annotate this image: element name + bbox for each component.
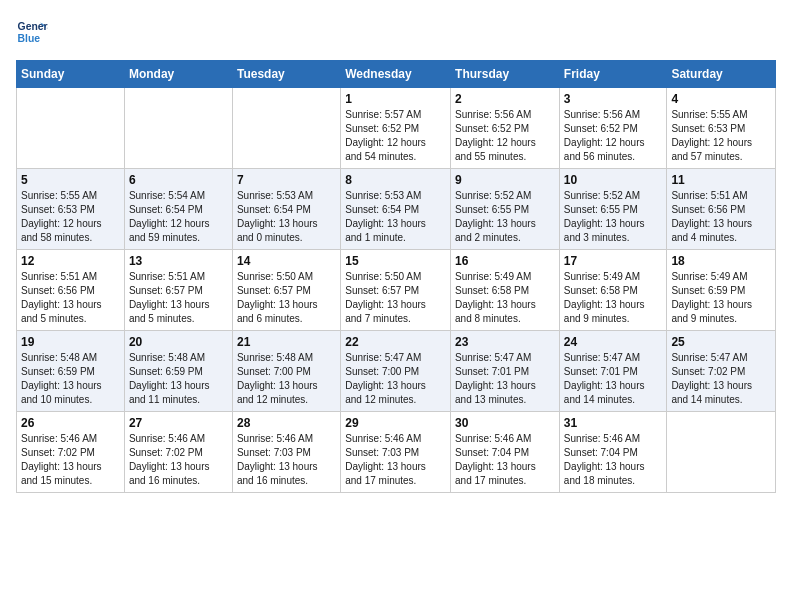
calendar-cell: 1Sunrise: 5:57 AM Sunset: 6:52 PM Daylig… [341,88,451,169]
calendar-cell: 16Sunrise: 5:49 AM Sunset: 6:58 PM Dayli… [451,250,560,331]
page-header: General Blue [16,16,776,48]
calendar-cell: 30Sunrise: 5:46 AM Sunset: 7:04 PM Dayli… [451,412,560,493]
calendar-cell: 4Sunrise: 5:55 AM Sunset: 6:53 PM Daylig… [667,88,776,169]
calendar-cell: 12Sunrise: 5:51 AM Sunset: 6:56 PM Dayli… [17,250,125,331]
calendar-cell: 27Sunrise: 5:46 AM Sunset: 7:02 PM Dayli… [124,412,232,493]
calendar-cell: 26Sunrise: 5:46 AM Sunset: 7:02 PM Dayli… [17,412,125,493]
day-number: 26 [21,416,120,430]
day-info: Sunrise: 5:47 AM Sunset: 7:02 PM Dayligh… [671,351,771,407]
day-number: 6 [129,173,228,187]
calendar-cell: 24Sunrise: 5:47 AM Sunset: 7:01 PM Dayli… [559,331,667,412]
calendar-cell [124,88,232,169]
day-number: 29 [345,416,446,430]
day-info: Sunrise: 5:52 AM Sunset: 6:55 PM Dayligh… [455,189,555,245]
logo: General Blue [16,16,52,48]
day-number: 20 [129,335,228,349]
day-number: 21 [237,335,336,349]
weekday-header-row: SundayMondayTuesdayWednesdayThursdayFrid… [17,61,776,88]
day-info: Sunrise: 5:46 AM Sunset: 7:02 PM Dayligh… [21,432,120,488]
calendar-cell: 8Sunrise: 5:53 AM Sunset: 6:54 PM Daylig… [341,169,451,250]
day-number: 16 [455,254,555,268]
day-number: 2 [455,92,555,106]
day-number: 11 [671,173,771,187]
weekday-header-saturday: Saturday [667,61,776,88]
calendar-cell: 29Sunrise: 5:46 AM Sunset: 7:03 PM Dayli… [341,412,451,493]
day-info: Sunrise: 5:46 AM Sunset: 7:03 PM Dayligh… [345,432,446,488]
day-info: Sunrise: 5:46 AM Sunset: 7:04 PM Dayligh… [455,432,555,488]
weekday-header-sunday: Sunday [17,61,125,88]
day-info: Sunrise: 5:53 AM Sunset: 6:54 PM Dayligh… [237,189,336,245]
day-number: 1 [345,92,446,106]
day-info: Sunrise: 5:46 AM Sunset: 7:04 PM Dayligh… [564,432,663,488]
calendar-cell: 25Sunrise: 5:47 AM Sunset: 7:02 PM Dayli… [667,331,776,412]
day-number: 19 [21,335,120,349]
day-info: Sunrise: 5:55 AM Sunset: 6:53 PM Dayligh… [21,189,120,245]
svg-text:General: General [18,21,48,32]
calendar-cell: 3Sunrise: 5:56 AM Sunset: 6:52 PM Daylig… [559,88,667,169]
week-row-4: 19Sunrise: 5:48 AM Sunset: 6:59 PM Dayli… [17,331,776,412]
day-number: 28 [237,416,336,430]
day-number: 5 [21,173,120,187]
calendar-cell: 13Sunrise: 5:51 AM Sunset: 6:57 PM Dayli… [124,250,232,331]
calendar-cell: 7Sunrise: 5:53 AM Sunset: 6:54 PM Daylig… [232,169,340,250]
calendar-cell: 11Sunrise: 5:51 AM Sunset: 6:56 PM Dayli… [667,169,776,250]
calendar-cell: 14Sunrise: 5:50 AM Sunset: 6:57 PM Dayli… [232,250,340,331]
day-number: 13 [129,254,228,268]
calendar-cell: 10Sunrise: 5:52 AM Sunset: 6:55 PM Dayli… [559,169,667,250]
week-row-2: 5Sunrise: 5:55 AM Sunset: 6:53 PM Daylig… [17,169,776,250]
day-info: Sunrise: 5:48 AM Sunset: 6:59 PM Dayligh… [21,351,120,407]
day-info: Sunrise: 5:47 AM Sunset: 7:01 PM Dayligh… [564,351,663,407]
logo-icon: General Blue [16,16,48,48]
day-info: Sunrise: 5:50 AM Sunset: 6:57 PM Dayligh… [237,270,336,326]
day-number: 25 [671,335,771,349]
calendar-cell: 15Sunrise: 5:50 AM Sunset: 6:57 PM Dayli… [341,250,451,331]
day-info: Sunrise: 5:49 AM Sunset: 6:58 PM Dayligh… [455,270,555,326]
calendar-cell: 28Sunrise: 5:46 AM Sunset: 7:03 PM Dayli… [232,412,340,493]
calendar-cell: 17Sunrise: 5:49 AM Sunset: 6:58 PM Dayli… [559,250,667,331]
day-number: 4 [671,92,771,106]
day-info: Sunrise: 5:52 AM Sunset: 6:55 PM Dayligh… [564,189,663,245]
week-row-3: 12Sunrise: 5:51 AM Sunset: 6:56 PM Dayli… [17,250,776,331]
day-info: Sunrise: 5:51 AM Sunset: 6:56 PM Dayligh… [21,270,120,326]
day-info: Sunrise: 5:50 AM Sunset: 6:57 PM Dayligh… [345,270,446,326]
day-info: Sunrise: 5:54 AM Sunset: 6:54 PM Dayligh… [129,189,228,245]
calendar-cell [667,412,776,493]
day-number: 7 [237,173,336,187]
calendar-cell: 9Sunrise: 5:52 AM Sunset: 6:55 PM Daylig… [451,169,560,250]
day-info: Sunrise: 5:57 AM Sunset: 6:52 PM Dayligh… [345,108,446,164]
week-row-1: 1Sunrise: 5:57 AM Sunset: 6:52 PM Daylig… [17,88,776,169]
day-info: Sunrise: 5:56 AM Sunset: 6:52 PM Dayligh… [455,108,555,164]
day-number: 27 [129,416,228,430]
calendar-cell: 19Sunrise: 5:48 AM Sunset: 6:59 PM Dayli… [17,331,125,412]
day-number: 14 [237,254,336,268]
weekday-header-thursday: Thursday [451,61,560,88]
day-number: 30 [455,416,555,430]
day-info: Sunrise: 5:48 AM Sunset: 7:00 PM Dayligh… [237,351,336,407]
day-number: 8 [345,173,446,187]
day-info: Sunrise: 5:49 AM Sunset: 6:58 PM Dayligh… [564,270,663,326]
calendar-cell: 22Sunrise: 5:47 AM Sunset: 7:00 PM Dayli… [341,331,451,412]
day-info: Sunrise: 5:46 AM Sunset: 7:03 PM Dayligh… [237,432,336,488]
day-number: 15 [345,254,446,268]
day-number: 22 [345,335,446,349]
calendar-cell: 18Sunrise: 5:49 AM Sunset: 6:59 PM Dayli… [667,250,776,331]
weekday-header-wednesday: Wednesday [341,61,451,88]
calendar-cell [232,88,340,169]
day-info: Sunrise: 5:53 AM Sunset: 6:54 PM Dayligh… [345,189,446,245]
calendar-cell [17,88,125,169]
day-number: 17 [564,254,663,268]
day-info: Sunrise: 5:56 AM Sunset: 6:52 PM Dayligh… [564,108,663,164]
calendar: SundayMondayTuesdayWednesdayThursdayFrid… [16,60,776,493]
calendar-cell: 6Sunrise: 5:54 AM Sunset: 6:54 PM Daylig… [124,169,232,250]
day-info: Sunrise: 5:49 AM Sunset: 6:59 PM Dayligh… [671,270,771,326]
day-number: 12 [21,254,120,268]
week-row-5: 26Sunrise: 5:46 AM Sunset: 7:02 PM Dayli… [17,412,776,493]
calendar-cell: 5Sunrise: 5:55 AM Sunset: 6:53 PM Daylig… [17,169,125,250]
day-info: Sunrise: 5:47 AM Sunset: 7:01 PM Dayligh… [455,351,555,407]
weekday-header-monday: Monday [124,61,232,88]
calendar-cell: 2Sunrise: 5:56 AM Sunset: 6:52 PM Daylig… [451,88,560,169]
day-number: 23 [455,335,555,349]
day-number: 18 [671,254,771,268]
day-number: 10 [564,173,663,187]
calendar-cell: 20Sunrise: 5:48 AM Sunset: 6:59 PM Dayli… [124,331,232,412]
